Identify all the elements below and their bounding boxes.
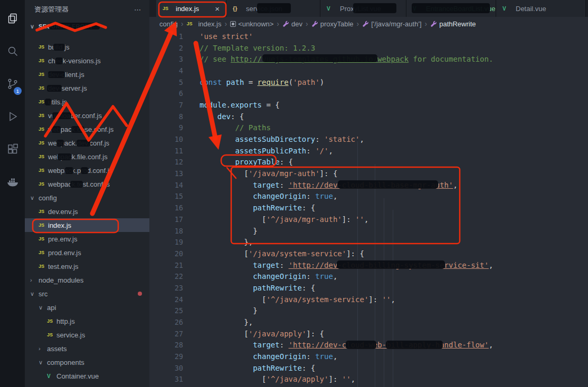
code-text: assetsSubDirectory: 'static', [193, 135, 364, 143]
breadcrumb-proxyTable[interactable]: proxyTable [311, 20, 354, 28]
redaction-smudge [81, 167, 88, 174]
extensions-icon[interactable] [0, 133, 25, 166]
breadcrumb-index.js[interactable]: JSindex.js [186, 20, 221, 28]
code-text: assetsPublicPath: '/', [193, 147, 333, 155]
tree-item-dev.env.js[interactable]: JSdev.env.js [25, 205, 149, 218]
tree-item-src[interactable]: ∨src [25, 287, 149, 301]
redaction-smudge [56, 140, 64, 147]
js-file-icon: JS [47, 332, 56, 337]
tree-item-webpack.dev.conf.js[interactable]: JSwebpack.dev.conf.js [25, 136, 149, 150]
js-file-icon: JS [39, 222, 48, 228]
code-line-25[interactable]: 25 } [149, 305, 588, 317]
line-number: 26 [149, 318, 193, 326]
code-line-17[interactable]: 17 ['^/java/mgr-auth']: '', [149, 214, 588, 225]
explorer-icon[interactable] [0, 2, 25, 35]
code-line-2[interactable]: 2// Template version: 1.2.3 [149, 42, 588, 54]
line-number: 23 [149, 284, 193, 292]
code-line-20[interactable]: 20 ['/java/system-service']: { [149, 248, 588, 259]
tree-item-http.js[interactable]: JShttp.js [25, 314, 149, 328]
unknown-symbol-icon [230, 21, 236, 27]
tree-item-assets[interactable]: ›assets [25, 342, 149, 355]
code-line-8[interactable]: 8 dev: { [149, 111, 588, 122]
breadcrumb-['/java/mgr-auth'][interactable]: ['/java/mgr-auth'] [362, 20, 421, 28]
tab-index.js[interactable]: JSindex.js× [156, 0, 226, 17]
tree-item-webpack.base.conf.js[interactable]: JSwebpack.base.conf.js [25, 122, 149, 136]
tree-item-label: components [47, 359, 84, 366]
code-line-29[interactable]: 29 changeOrigin: true, [149, 351, 588, 362]
breadcrumb-<unknown>[interactable]: <unknown> [230, 20, 273, 28]
code-line-31[interactable]: 31 ['^/java/apply']: '', [149, 374, 588, 385]
code-line-15[interactable]: 15 changeOrigin: true, [149, 191, 588, 202]
tree-item-vue-loader.conf.js[interactable]: JSvue-loader.conf.js [25, 109, 149, 122]
code-line-11[interactable]: 11 assetsPublicPath: '/', [149, 145, 588, 157]
tree-item-pre.env.js[interactable]: JSpre.env.js [25, 232, 149, 246]
redaction-smudge [52, 112, 71, 119]
more-actions-icon[interactable]: ⋯ [134, 6, 142, 14]
tree-item-service.js[interactable]: JSservice.js [25, 328, 149, 342]
code-line-16[interactable]: 16 pathRewrite: { [149, 202, 588, 214]
js-file-icon: JS [39, 154, 48, 159]
run-debug-icon[interactable] [0, 100, 25, 133]
line-number: 18 [149, 227, 193, 235]
tree-item-prod.env.js[interactable]: JSprod.env.js [25, 246, 149, 259]
code-line-30[interactable]: 30 pathRewrite: { [149, 362, 588, 374]
tree-item-config[interactable]: ∨config [25, 191, 149, 205]
tree-item-index.js[interactable]: JSindex.js [25, 218, 149, 232]
vue-file-icon: V [502, 6, 512, 12]
code-line-10[interactable]: 10 assetsSubDirectory: 'static', [149, 133, 588, 145]
code-line-9[interactable]: 9 // Paths [149, 122, 588, 134]
code-line-7[interactable]: 7module.exports = { [149, 99, 588, 111]
docker-icon[interactable] [0, 166, 25, 198]
code-line-4[interactable]: 4 [149, 65, 588, 76]
tree-item-components[interactable]: ∨components [25, 355, 149, 369]
tree-item-Container.vue[interactable]: VContainer.vue [25, 369, 149, 383]
code-line-1[interactable]: 1'use strict' [149, 31, 588, 42]
tree-item-test.env.js[interactable]: JStest.env.js [25, 259, 149, 273]
code-line-23[interactable]: 23 pathRewrite: { [149, 282, 588, 294]
search-icon[interactable] [0, 35, 25, 67]
code-line-19[interactable]: 19 }, [149, 236, 588, 248]
js-file-icon: JS [39, 236, 48, 241]
redaction-smudge [353, 3, 396, 13]
code-text: const path = require('path') [193, 78, 324, 86]
tree-item-api[interactable]: ∨api [25, 301, 149, 314]
code-line-12[interactable]: 12 proxyTable: { [149, 157, 588, 168]
tree-item-webpack.test.conf.js[interactable]: JSwebpack.test.conf.js [25, 177, 149, 191]
close-icon[interactable]: × [215, 4, 220, 13]
project-section-header[interactable]: ∨ SECURITY-FRONT [25, 19, 149, 34]
code-line-27[interactable]: 27 ['/java/apply']: { [149, 328, 588, 340]
tab-ProxyList.vue[interactable]: VProxyList.vue [320, 0, 406, 17]
tree-item-node_modules[interactable]: ›node_modules [25, 273, 149, 287]
source-control-icon[interactable]: 1 [0, 67, 25, 100]
breadcrumb-pathRewrite[interactable]: pathRewrite [430, 20, 476, 28]
breadcrumb-separator: › [224, 20, 227, 28]
vue-file-icon: V [47, 373, 56, 379]
breadcrumb-config[interactable]: config [159, 20, 178, 28]
code-line-18[interactable]: 18 } [149, 225, 588, 237]
tab-Detail.vue[interactable]: VDetail.vue [496, 0, 586, 17]
tab-EntranceBoardList.vue[interactable]: VEntranceBoardList.vue [406, 0, 496, 17]
tree-item-dev-client.js[interactable]: JSdev-client.js [25, 67, 149, 81]
tree-item-webpack.prod.conf.js[interactable]: JSwebpack.prod.conf.js [25, 163, 149, 177]
tree-item-build.js[interactable]: JSbuild.js [25, 40, 149, 54]
code-line-5[interactable]: 5const path = require('path') [149, 76, 588, 88]
tree-item-utils.js[interactable]: JSutils.js [25, 95, 149, 109]
code-line-32[interactable]: 32 } [149, 385, 588, 387]
tab-service.json[interactable]: {}service.json [226, 0, 320, 17]
tree-item-check-versions.js[interactable]: JScheck-versions.js [25, 54, 149, 67]
code-line-24[interactable]: 24 ['^/java/system-service']: '', [149, 294, 588, 305]
code-line-22[interactable]: 22 changeOrigin: true, [149, 270, 588, 282]
breadcrumb-dev[interactable]: dev [282, 20, 302, 28]
tree-item-label: index.js [48, 221, 71, 229]
tree-item-dev-server.js[interactable]: JSdev-server.js [25, 81, 149, 95]
code-text: changeOrigin: true, [193, 272, 337, 280]
js-file-icon: JS [39, 209, 48, 214]
method-symbol-icon [311, 21, 318, 27]
tree-item-webpack.file.conf.js[interactable]: JSwebpack.file.conf.js [25, 150, 149, 163]
code-line-26[interactable]: 26 }, [149, 316, 588, 328]
code-line-13[interactable]: 13 ['/java/mgr-auth']: { [149, 168, 588, 179]
line-number: 13 [149, 169, 193, 178]
code-editor[interactable]: 1'use strict'2// Template version: 1.2.3… [149, 31, 588, 387]
line-number: 14 [149, 181, 193, 189]
code-line-6[interactable]: 6 [149, 88, 588, 99]
